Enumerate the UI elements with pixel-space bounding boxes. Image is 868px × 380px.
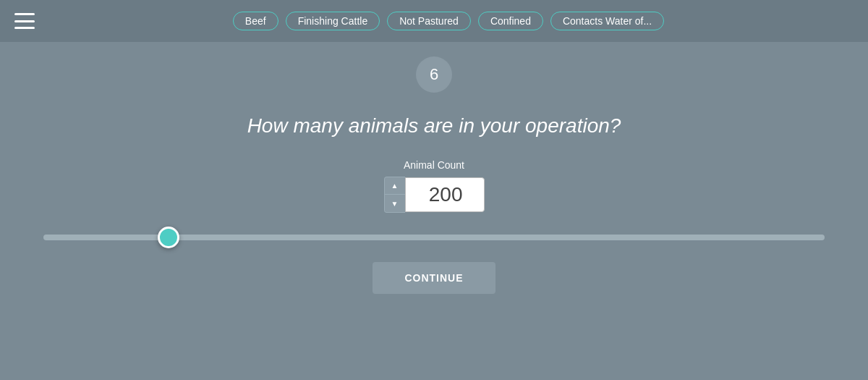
animal-count-slider[interactable] [43, 235, 825, 240]
spinner-down-button[interactable]: ▼ [385, 195, 405, 212]
tag-contacts-water[interactable]: Contacts Water of... [550, 12, 664, 30]
spinner-up-button[interactable]: ▲ [385, 177, 405, 195]
step-number: 6 [430, 65, 438, 84]
tag-confined[interactable]: Confined [478, 12, 543, 30]
animal-count-section: Animal Count ▲ ▼ [384, 159, 485, 213]
question-text: How many animals are in your operation? [247, 114, 621, 138]
tag-finishing-cattle[interactable]: Finishing Cattle [286, 12, 380, 30]
step-indicator: 6 [416, 56, 452, 93]
slider-container [0, 235, 868, 240]
menu-icon[interactable] [14, 13, 35, 29]
count-input-row: ▲ ▼ [384, 177, 485, 213]
main-content: 6 How many animals are in your operation… [0, 42, 868, 380]
animal-count-label: Animal Count [404, 159, 464, 171]
continue-button[interactable]: CONTINUE [373, 262, 495, 294]
tag-beef[interactable]: Beef [233, 12, 278, 30]
breadcrumb-tags: Beef Finishing Cattle Not Pastured Confi… [43, 12, 854, 30]
top-bar: Beef Finishing Cattle Not Pastured Confi… [0, 0, 868, 42]
spinner-buttons: ▲ ▼ [384, 177, 405, 213]
tag-not-pastured[interactable]: Not Pastured [387, 12, 471, 30]
animal-count-input[interactable] [405, 177, 485, 212]
